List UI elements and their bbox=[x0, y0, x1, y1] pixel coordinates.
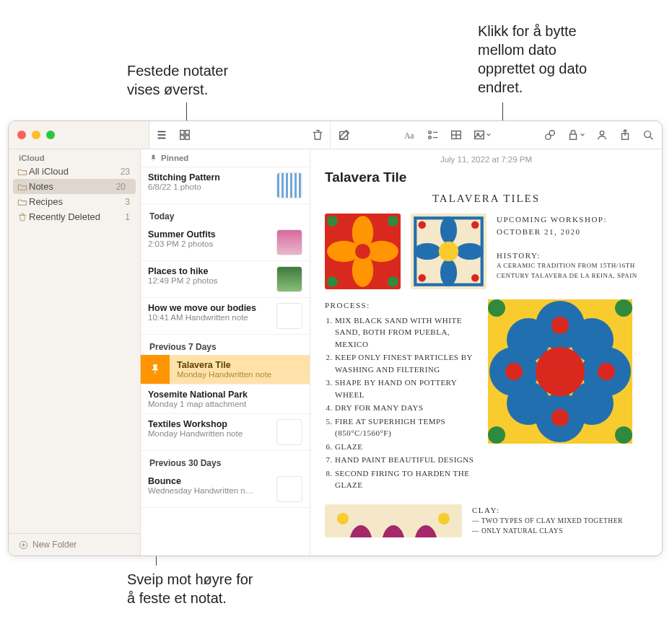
svg-point-45 bbox=[419, 221, 427, 229]
note-thumb bbox=[276, 476, 302, 502]
compose-icon[interactable] bbox=[338, 128, 351, 141]
note-subtitle: Monday Handwritten note bbox=[148, 429, 271, 438]
note-title: How we move our bodies bbox=[148, 303, 271, 313]
list-toolbar bbox=[149, 121, 331, 149]
note-item-selected[interactable]: Talavera Tile Monday Handwritten note bbox=[141, 355, 310, 384]
note-title: Textiles Workshop bbox=[148, 419, 271, 429]
process-item: GLAZE bbox=[335, 441, 476, 453]
svg-point-33 bbox=[355, 244, 370, 259]
history-heading: HISTORY: bbox=[497, 250, 647, 262]
svg-point-37 bbox=[388, 276, 398, 287]
note-item[interactable]: Stitching Pattern 6/8/22 1 photo bbox=[141, 167, 310, 204]
process-heading: PROCESS: bbox=[325, 299, 476, 312]
folder-icon bbox=[17, 167, 27, 177]
clay-line: — ONLY NATURAL CLAYS bbox=[472, 526, 623, 536]
sidebar-section-label: iCloud bbox=[9, 149, 140, 164]
sidebar-item-recipes[interactable]: Recipes 3 bbox=[9, 194, 140, 209]
pin-icon bbox=[149, 364, 161, 375]
note-hand-title: TALAVERA TILES bbox=[325, 193, 647, 205]
svg-point-64 bbox=[615, 299, 632, 317]
note-date[interactable]: July 11, 2022 at 7:29 PM bbox=[325, 155, 647, 164]
note-item[interactable]: Textiles Workshop Monday Handwritten not… bbox=[141, 414, 310, 451]
note-item[interactable]: Summer Outfits 2:03 PM 2 photos bbox=[141, 224, 310, 261]
svg-point-60 bbox=[551, 409, 569, 426]
callout-date: Klikk for å bytte mellom dato opprettet … bbox=[478, 22, 587, 97]
sidebar-item-label: All iCloud bbox=[29, 166, 69, 177]
svg-point-9 bbox=[428, 131, 431, 134]
sidebar-item-all-icloud[interactable]: All iCloud 23 bbox=[9, 164, 140, 179]
section-header: Today bbox=[141, 204, 310, 224]
note-subtitle: 6/8/22 1 photo bbox=[148, 183, 271, 191]
svg-rect-4 bbox=[186, 131, 189, 134]
process-item: MIX BLACK SAND WITH WHITE SAND, BOTH FRO… bbox=[335, 315, 476, 351]
media-menu[interactable] bbox=[473, 128, 492, 141]
note-item[interactable]: Yosemite National Park Monday 1 map atta… bbox=[141, 384, 310, 414]
svg-point-63 bbox=[488, 299, 505, 317]
svg-point-66 bbox=[615, 426, 632, 444]
svg-point-61 bbox=[505, 363, 523, 380]
grid-view-icon[interactable] bbox=[178, 128, 191, 141]
svg-point-65 bbox=[488, 426, 505, 444]
svg-point-11 bbox=[428, 136, 431, 139]
note-title: Talavera Tile bbox=[325, 170, 647, 185]
svg-point-36 bbox=[327, 276, 338, 287]
svg-point-44 bbox=[439, 242, 458, 261]
clay-row: CLAY: — TWO TYPES OF CLAY MIXED TOGETHER… bbox=[325, 504, 647, 537]
note-title: Summer Outfits bbox=[148, 229, 271, 240]
collaborate-icon[interactable] bbox=[595, 128, 608, 141]
clay-block: CLAY: — TWO TYPES OF CLAY MIXED TOGETHER… bbox=[472, 504, 623, 537]
format-icon[interactable]: Aa bbox=[403, 128, 416, 141]
history-text: A CERAMIC TRADITION FROM 15TH/16TH CENTU… bbox=[497, 261, 647, 281]
process-block: PROCESS: MIX BLACK SAND WITH WHITE SAND,… bbox=[325, 299, 476, 494]
note-editor: July 11, 2022 at 7:29 PM Talavera Tile T… bbox=[310, 149, 662, 555]
pinned-label: Pinned bbox=[161, 154, 188, 162]
note-item[interactable]: How we move our bodies 10:41 AM Handwrit… bbox=[141, 298, 310, 335]
pin-icon bbox=[149, 154, 157, 162]
sidebar-item-count: 1 bbox=[125, 212, 130, 222]
section-header: Previous 30 Days bbox=[141, 451, 310, 471]
sidebar-item-recently-deleted[interactable]: Recently Deleted 1 bbox=[9, 209, 140, 224]
pinned-header: Pinned bbox=[141, 149, 310, 167]
share-icon[interactable] bbox=[619, 128, 632, 141]
sidebar-item-notes[interactable]: Notes 20 bbox=[13, 179, 136, 194]
tile-image bbox=[411, 214, 486, 289]
link-icon[interactable] bbox=[544, 128, 557, 141]
folder-icon bbox=[17, 182, 27, 192]
svg-point-41 bbox=[440, 259, 457, 286]
minimize-icon[interactable] bbox=[32, 131, 40, 139]
sidebar-item-label: Recently Deleted bbox=[29, 211, 100, 222]
checklist-icon[interactable] bbox=[427, 128, 440, 141]
lock-icon bbox=[567, 128, 580, 141]
svg-point-42 bbox=[414, 243, 441, 260]
new-folder-button[interactable]: New Folder bbox=[9, 533, 140, 555]
svg-point-40 bbox=[440, 216, 457, 244]
trash-icon[interactable] bbox=[311, 128, 324, 141]
tile-image bbox=[325, 214, 401, 289]
svg-point-23 bbox=[645, 131, 651, 138]
note-item[interactable]: Places to hike 12:49 PM 2 photos bbox=[141, 261, 310, 298]
pin-action[interactable] bbox=[141, 355, 170, 384]
sidebar-item-label: Notes bbox=[29, 181, 53, 192]
table-icon[interactable] bbox=[450, 128, 463, 141]
hand-text: UPCOMING WORKSHOP: OCTOBER 21, 2020 HIST… bbox=[497, 214, 647, 289]
list-view-icon[interactable] bbox=[155, 128, 168, 141]
note-item[interactable]: Bounce Wednesday Handwritten n… bbox=[141, 471, 310, 508]
process-item: DRY FOR MANY DAYS bbox=[335, 402, 476, 414]
callout-pinned: Festede notater vises øverst. bbox=[127, 61, 228, 99]
note-thumb bbox=[276, 303, 302, 329]
svg-point-62 bbox=[598, 363, 615, 380]
search-icon[interactable] bbox=[642, 128, 655, 141]
note-thumb bbox=[276, 419, 302, 445]
note-title: Yosemite National Park bbox=[148, 390, 302, 400]
close-icon[interactable] bbox=[17, 131, 26, 139]
toolbar: Aa bbox=[9, 121, 662, 149]
titlebar-traffic bbox=[9, 121, 149, 149]
svg-point-46 bbox=[471, 221, 479, 229]
svg-point-35 bbox=[388, 216, 398, 227]
sidebar-item-label: Recipes bbox=[29, 196, 63, 207]
lock-menu[interactable] bbox=[567, 128, 585, 141]
svg-point-47 bbox=[419, 274, 427, 282]
callout-swipe: Sveip mot høyre for å feste et notat. bbox=[127, 570, 253, 607]
zoom-icon[interactable] bbox=[46, 131, 55, 139]
process-item: KEEP ONLY FINEST PARTICLES BY WASHING AN… bbox=[335, 351, 476, 375]
